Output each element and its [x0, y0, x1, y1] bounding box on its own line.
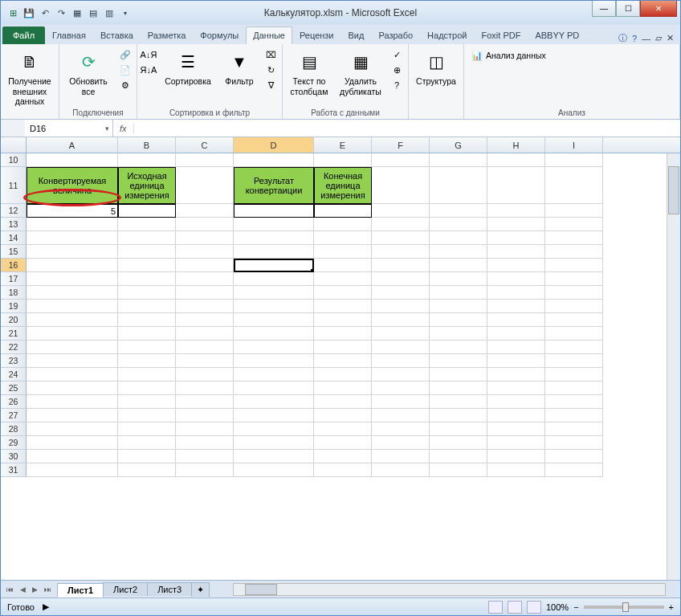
window-min-icon[interactable]: —	[642, 34, 650, 43]
cell-B13[interactable]	[118, 218, 176, 231]
connections-button[interactable]: 🔗	[117, 47, 133, 62]
tab-insert[interactable]: Вставка	[93, 27, 141, 44]
cell-E27[interactable]	[314, 409, 372, 422]
cell-E29[interactable]	[314, 436, 372, 450]
row-header[interactable]: 27	[1, 409, 27, 422]
spreadsheet-grid[interactable]: ABCDEFGHI 1011Конвертируемая величинаИсх…	[1, 137, 680, 580]
cell-C14[interactable]	[176, 231, 234, 245]
column-header-E[interactable]: E	[314, 137, 372, 153]
cell-B11[interactable]: Исходная единица измерения	[118, 167, 176, 204]
properties-button[interactable]: 📄	[117, 63, 133, 77]
cell-C16[interactable]	[176, 259, 234, 272]
cell-C28[interactable]	[176, 422, 234, 436]
cell-D10[interactable]	[234, 153, 314, 167]
sort-az-button[interactable]: А↓Я	[141, 47, 157, 62]
row-header[interactable]: 19	[1, 300, 27, 313]
get-external-data-button[interactable]: 🗎 Получение внешних данных	[4, 46, 55, 107]
cell-B25[interactable]	[118, 381, 176, 395]
row-header[interactable]: 22	[1, 341, 27, 354]
cell-H16[interactable]	[487, 259, 545, 272]
cell-H29[interactable]	[487, 436, 545, 450]
cell-G22[interactable]	[430, 341, 487, 354]
cell-A12[interactable]: 5	[27, 204, 118, 218]
qat-icon[interactable]: ▥	[102, 6, 116, 20]
cell-C18[interactable]	[176, 286, 234, 300]
cell-H23[interactable]	[487, 354, 545, 368]
cell-I29[interactable]	[545, 436, 603, 450]
cell-I27[interactable]	[545, 409, 603, 422]
cell-I23[interactable]	[545, 354, 603, 368]
outline-button[interactable]: ◫ Структура	[412, 46, 460, 87]
row-header[interactable]: 11	[1, 167, 27, 204]
cell-B15[interactable]	[118, 245, 176, 259]
cell-G27[interactable]	[430, 409, 487, 422]
cell-E15[interactable]	[314, 245, 372, 259]
cell-G28[interactable]	[430, 422, 487, 436]
cell-F21[interactable]	[372, 327, 430, 341]
column-header-B[interactable]: B	[118, 137, 176, 153]
cell-I22[interactable]	[545, 341, 603, 354]
cell-F22[interactable]	[372, 341, 430, 354]
cell-A13[interactable]	[27, 218, 118, 231]
undo-icon[interactable]: ↶	[38, 6, 52, 20]
cell-A15[interactable]	[27, 245, 118, 259]
cell-E30[interactable]	[314, 450, 372, 463]
cell-H11[interactable]	[487, 167, 545, 204]
horizontal-scrollbar[interactable]	[233, 583, 666, 596]
cell-F18[interactable]	[372, 286, 430, 300]
cell-F17[interactable]	[372, 272, 430, 286]
sheet-nav-prev[interactable]: ◀	[18, 585, 28, 594]
qat-dropdown-icon[interactable]: ▾	[118, 6, 133, 20]
cell-C20[interactable]	[176, 313, 234, 327]
cell-I26[interactable]	[545, 395, 603, 409]
cell-D18[interactable]	[234, 286, 314, 300]
cell-C11[interactable]	[176, 167, 234, 204]
cell-I25[interactable]	[545, 381, 603, 395]
cell-D19[interactable]	[234, 300, 314, 313]
cell-B23[interactable]	[118, 354, 176, 368]
cell-A24[interactable]	[27, 368, 118, 381]
cell-B30[interactable]	[118, 450, 176, 463]
row-header[interactable]: 17	[1, 272, 27, 286]
cell-E21[interactable]	[314, 327, 372, 341]
cell-B10[interactable]	[118, 153, 176, 167]
cell-D15[interactable]	[234, 245, 314, 259]
cell-B24[interactable]	[118, 368, 176, 381]
tab-foxit[interactable]: Foxit PDF	[475, 27, 528, 44]
row-header[interactable]: 25	[1, 381, 27, 395]
cell-F26[interactable]	[372, 395, 430, 409]
cell-G29[interactable]	[430, 436, 487, 450]
row-header[interactable]: 12	[1, 204, 27, 218]
cell-I11[interactable]	[545, 167, 603, 204]
cell-E20[interactable]	[314, 313, 372, 327]
cell-A21[interactable]	[27, 327, 118, 341]
cell-G15[interactable]	[430, 245, 487, 259]
row-header[interactable]: 15	[1, 245, 27, 259]
row-header[interactable]: 29	[1, 436, 27, 450]
cell-E19[interactable]	[314, 300, 372, 313]
cell-F31[interactable]	[372, 463, 430, 477]
column-header-C[interactable]: C	[176, 137, 234, 153]
cell-H14[interactable]	[487, 231, 545, 245]
column-header-D[interactable]: D	[234, 137, 314, 153]
text-to-columns-button[interactable]: ▤ Текст по столбцам	[286, 46, 332, 96]
cell-H25[interactable]	[487, 381, 545, 395]
advanced-button[interactable]: ∇	[263, 78, 279, 92]
redo-icon[interactable]: ↷	[54, 6, 68, 20]
cell-F30[interactable]	[372, 450, 430, 463]
sheet-tab-1[interactable]: Лист1	[57, 583, 104, 598]
cell-D13[interactable]	[234, 218, 314, 231]
cell-D28[interactable]	[234, 422, 314, 436]
cell-D30[interactable]	[234, 450, 314, 463]
page-layout-view-button[interactable]	[508, 601, 522, 614]
tab-layout[interactable]: Разметка	[141, 27, 194, 44]
cell-G18[interactable]	[430, 286, 487, 300]
row-header[interactable]: 28	[1, 422, 27, 436]
cell-H26[interactable]	[487, 395, 545, 409]
cell-F20[interactable]	[372, 313, 430, 327]
cell-B20[interactable]	[118, 313, 176, 327]
normal-view-button[interactable]	[488, 601, 503, 614]
cell-G12[interactable]	[430, 204, 487, 218]
cell-I14[interactable]	[545, 231, 603, 245]
cell-G10[interactable]	[430, 153, 487, 167]
